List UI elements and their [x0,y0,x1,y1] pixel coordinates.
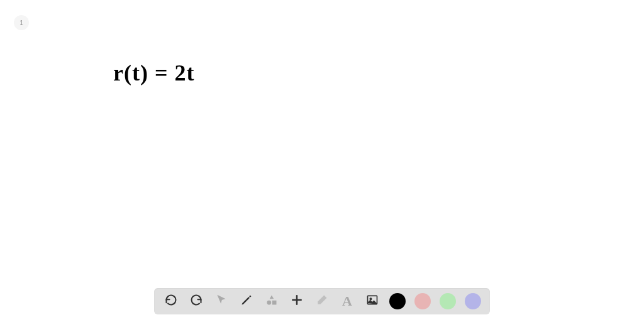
pen-icon [240,294,253,309]
eraser-tool[interactable] [314,293,330,309]
page-number-badge: 1 [14,15,29,30]
drawing-toolbar: A [154,288,490,314]
eraser-icon [316,294,328,309]
undo-button[interactable] [163,293,179,309]
add-tool[interactable] [289,293,305,309]
plus-icon [291,294,303,309]
svg-rect-2 [272,301,277,305]
color-green[interactable] [440,293,456,309]
page-number: 1 [19,19,23,26]
text-icon: A [342,293,352,309]
redo-icon [190,294,203,309]
svg-marker-0 [270,296,274,299]
canvas-handwriting: r(t) = 2t [113,60,194,86]
svg-point-1 [267,301,272,305]
shapes-icon [265,294,278,309]
pen-tool[interactable] [238,293,255,309]
undo-icon [165,294,177,309]
image-tool[interactable] [364,293,380,309]
color-black[interactable] [389,293,406,309]
color-red[interactable] [414,293,431,309]
svg-point-6 [370,298,372,300]
color-purple[interactable] [465,293,481,309]
redo-button[interactable] [188,293,204,309]
pointer-icon [215,294,228,309]
pointer-tool[interactable] [213,293,230,309]
text-tool[interactable]: A [339,293,355,309]
image-icon [366,294,379,309]
shapes-tool[interactable] [264,293,280,309]
